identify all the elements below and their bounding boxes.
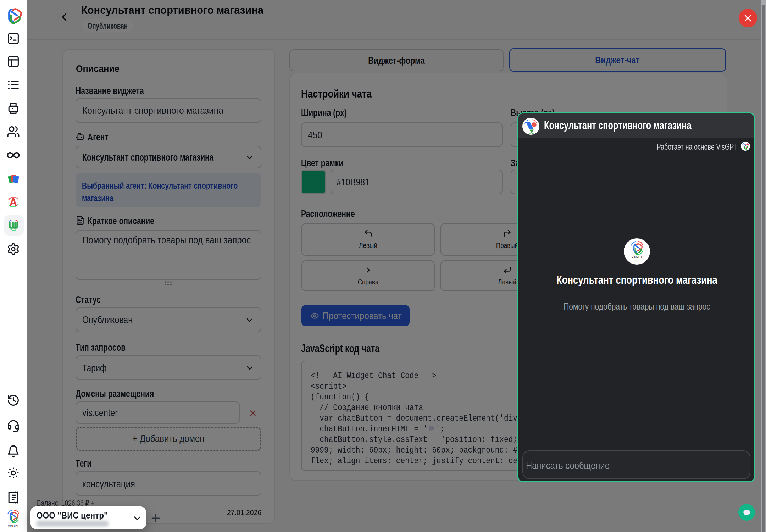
- svg-text:A: A: [9, 196, 17, 209]
